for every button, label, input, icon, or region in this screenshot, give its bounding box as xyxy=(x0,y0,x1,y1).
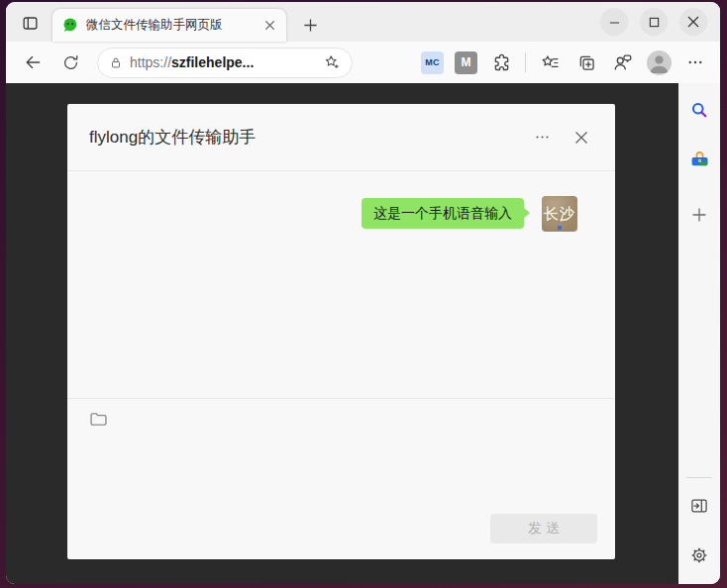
close-window-icon xyxy=(687,16,699,28)
new-tab-icon xyxy=(303,18,318,33)
message-row: 这是一个手机语音输入 长沙 xyxy=(67,198,615,232)
favorites-list-icon xyxy=(540,52,561,73)
message-bubble: 这是一个手机语音输入 xyxy=(362,198,524,229)
maximize-icon xyxy=(649,17,660,28)
chat-close-button[interactable] xyxy=(570,126,593,149)
bubble-arrow xyxy=(524,208,535,218)
toolbar-divider xyxy=(525,52,526,72)
back-button[interactable] xyxy=(18,48,48,77)
chat-more-button[interactable] xyxy=(530,126,554,149)
add-to-sidebar-icon xyxy=(691,207,707,223)
search-icon xyxy=(689,100,709,120)
browser-tab[interactable]: 微信文件传输助手网页版 xyxy=(52,9,286,42)
back-icon xyxy=(23,52,43,72)
folder-icon xyxy=(88,409,109,430)
send-button[interactable]: 发送 xyxy=(490,514,597,543)
avatar-badge-dot xyxy=(558,226,562,230)
sidebar-divider xyxy=(686,477,712,478)
address-bar[interactable]: https://szfilehelpe... xyxy=(97,48,353,78)
extensions-puzzle-icon xyxy=(491,52,512,73)
favorite-add-icon xyxy=(323,53,341,71)
lock-icon xyxy=(109,55,123,70)
favorites-button[interactable] xyxy=(537,49,563,75)
message-list: 这是一个手机语音输入 长沙 xyxy=(67,171,615,398)
settings-menu-button[interactable] xyxy=(682,49,708,75)
settings-gear-icon xyxy=(689,545,709,565)
tab-actions-icon xyxy=(21,14,40,33)
chat-header: flylong的文件传输助手 xyxy=(67,104,615,171)
reload-button[interactable] xyxy=(55,48,85,77)
tab-title: 微信文件传输助手网页版 xyxy=(86,17,255,34)
window-controls xyxy=(600,8,707,36)
url-text: https://szfilehelpe... xyxy=(130,54,321,70)
page-viewport: flylong的文件传输助手 这是一个手机语音输入 xyxy=(6,83,678,584)
profile-share-icon xyxy=(612,51,634,73)
chat-title: flylong的文件传输助手 xyxy=(89,126,530,148)
sidebar-add-button[interactable] xyxy=(685,201,713,229)
tab-close-icon xyxy=(264,20,275,31)
tab-actions-button[interactable] xyxy=(19,12,41,34)
browser-toolbar: https://szfilehelpe... MC M xyxy=(6,42,720,83)
extensions-button[interactable] xyxy=(488,49,514,75)
sidebar-panel-toggle-button[interactable] xyxy=(685,492,713,520)
avatar-icon xyxy=(647,50,672,75)
minimize-button[interactable] xyxy=(600,8,628,36)
toolbar-right-cluster: MC M xyxy=(421,49,708,75)
sender-avatar-label: 长沙 xyxy=(544,205,575,224)
extension-mc-button[interactable]: MC xyxy=(421,51,444,74)
message-composer: 发送 xyxy=(67,398,615,559)
browser-content: flylong的文件传输助手 这是一个手机语音输入 xyxy=(6,83,720,584)
titlebar: 微信文件传输助手网页版 xyxy=(6,2,720,42)
sidebar-search-button[interactable] xyxy=(685,96,713,124)
sidebar-tools-button[interactable] xyxy=(685,146,713,173)
wechat-favicon xyxy=(61,17,78,34)
maximize-button[interactable] xyxy=(640,8,668,36)
edge-sidebar xyxy=(678,83,720,584)
chat-close-icon xyxy=(573,130,589,146)
close-window-button[interactable] xyxy=(679,8,707,36)
open-panel-icon xyxy=(689,496,709,516)
add-favorite-button[interactable] xyxy=(321,51,343,73)
file-helper-card: flylong的文件传输助手 这是一个手机语音输入 xyxy=(67,104,615,559)
collections-icon xyxy=(576,52,597,73)
desktop: { "titlebar": { "tab_title": "微信文件传输助手网页… xyxy=(0,0,727,588)
url-host: szfilehelpe... xyxy=(171,54,254,70)
browser-window: 微信文件传输助手网页版 xyxy=(6,2,720,584)
url-scheme: https:// xyxy=(130,54,171,70)
collections-button[interactable] xyxy=(573,49,599,75)
profile-share-button[interactable] xyxy=(610,49,636,75)
toolbox-icon xyxy=(689,149,710,170)
profile-avatar-button[interactable] xyxy=(647,50,672,75)
sidebar-settings-button[interactable] xyxy=(685,541,713,569)
attach-file-button[interactable] xyxy=(86,407,110,431)
more-horizontal-icon xyxy=(534,129,551,146)
more-dots-icon xyxy=(686,53,704,71)
minimize-icon xyxy=(609,17,620,28)
composer-input-area[interactable] xyxy=(86,431,597,514)
sender-avatar: 长沙 xyxy=(542,196,577,232)
tab-close-button[interactable] xyxy=(260,17,278,35)
new-tab-button[interactable] xyxy=(298,13,322,37)
reload-icon xyxy=(61,53,80,72)
extension-m-button[interactable]: M xyxy=(455,51,477,74)
